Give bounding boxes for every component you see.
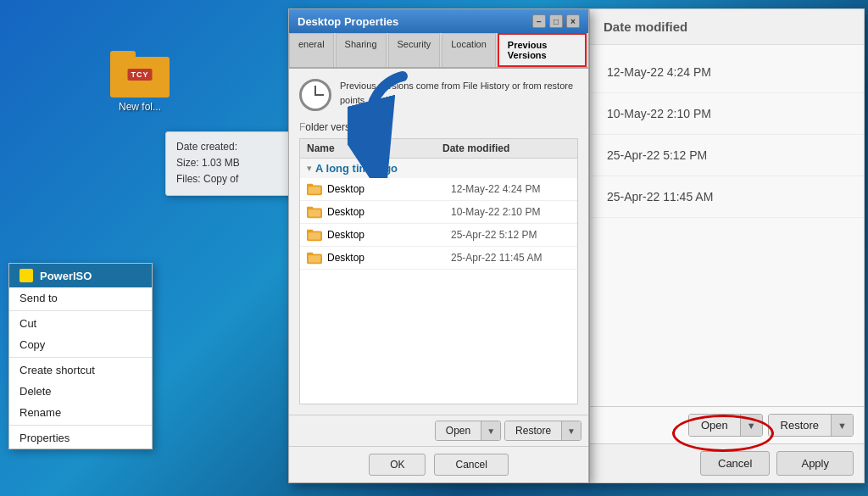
info-line2: Size: 1.03 MB (176, 155, 290, 171)
context-menu-item-sendto[interactable]: Send to (9, 287, 152, 309)
info-line1: Date created: (176, 139, 290, 155)
context-menu-item-cut[interactable]: Cut (9, 313, 152, 334)
context-menu-item-copy[interactable]: Copy (9, 334, 152, 355)
title-buttons: − □ × (532, 14, 580, 28)
folder-name: New fol... (119, 101, 161, 113)
table-row[interactable]: Desktop 10-May-22 2:10 PM (300, 201, 577, 224)
open-dropdown[interactable]: ▼ (481, 421, 500, 440)
clock-icon (299, 79, 331, 111)
rp-apply-button[interactable]: Apply (776, 451, 854, 476)
tab-location[interactable]: Location (442, 33, 496, 67)
context-menu-header: PowerISO (9, 264, 152, 287)
rp-date-item: 25-Apr-22 11:45 AM (590, 176, 864, 218)
cancel-button[interactable]: Cancel (434, 454, 508, 476)
tab-security[interactable]: Security (388, 33, 441, 67)
info-bubble: Date created: Size: 1.03 MB Files: Copy … (165, 131, 301, 196)
info-line3: Files: Copy of (176, 171, 290, 187)
rp-content: 12-May-22 4:24 PM 10-May-22 2:10 PM 25-A… (590, 45, 864, 406)
table-row[interactable]: Desktop 25-Apr-22 5:12 PM (300, 224, 577, 247)
open-split-button[interactable]: Open ▼ (435, 421, 501, 441)
tab-general[interactable]: eneral (289, 33, 334, 67)
context-menu-item-delete[interactable]: Delete (9, 381, 152, 402)
pv-info-row: Previous versions come from File History… (299, 79, 578, 111)
restore-button[interactable]: Restore (505, 421, 561, 440)
context-menu-item-rename[interactable]: Rename (9, 402, 152, 423)
restore-split-button[interactable]: Restore ▼ (504, 421, 581, 441)
pv-folder-versions-label: Folder versions: (299, 121, 578, 133)
rp-restore-dropdown[interactable]: ▼ (831, 415, 853, 436)
pv-bottom-btns: Open ▼ Restore ▼ (289, 415, 588, 446)
right-panel: Date modified 12-May-22 4:24 PM 10-May-2… (589, 8, 865, 483)
rp-open-split-button[interactable]: Open ▼ (688, 414, 763, 437)
context-menu-item-create-shortcut[interactable]: Create shortcut (9, 359, 152, 381)
maximize-button[interactable]: □ (549, 14, 563, 28)
minimize-button[interactable]: − (532, 14, 546, 28)
ok-button[interactable]: OK (369, 454, 426, 476)
svg-rect-1 (307, 184, 313, 187)
rp-open-dropdown[interactable]: ▼ (740, 415, 762, 436)
svg-rect-4 (307, 207, 313, 210)
context-menu-title: PowerISO (40, 270, 92, 282)
rp-header: Date modified (590, 9, 864, 45)
folder-row-icon (307, 228, 322, 242)
divider2 (9, 357, 152, 358)
divider1 (9, 310, 152, 311)
open-button[interactable]: Open (436, 421, 481, 440)
dialog-footer: OK Cancel (289, 446, 588, 482)
tab-sharing[interactable]: Sharing (336, 33, 387, 67)
rp-dialog-footer: Cancel Apply (590, 443, 864, 482)
pv-table[interactable]: Name Date modified ▾ A long time ago Des… (299, 138, 578, 404)
table-row[interactable]: Desktop 12-May-22 4:24 PM (300, 178, 577, 201)
pv-table-header: Name Date modified (300, 139, 577, 159)
rp-footer: Open ▼ Restore ▼ (590, 406, 864, 443)
svg-rect-7 (307, 230, 313, 233)
folder-row-icon (307, 182, 322, 196)
context-menu-item-properties[interactable]: Properties (9, 427, 152, 449)
dialog-content: Previous versions come from File History… (289, 69, 588, 415)
folder-row-icon (307, 205, 322, 219)
rp-date-item: 12-May-22 4:24 PM (590, 52, 864, 93)
svg-rect-2 (309, 187, 320, 193)
desktop-folder[interactable]: TCY New fol... (102, 51, 178, 113)
dialog-tabs: eneral Sharing Security Location Previou… (289, 33, 588, 69)
tab-previous-versions[interactable]: Previous Versions (498, 33, 587, 67)
folder-row-icon (307, 251, 322, 265)
divider3 (9, 425, 152, 426)
dialog-title: Desktop Properties (298, 15, 398, 28)
rp-restore-button[interactable]: Restore (769, 415, 832, 436)
context-menu: PowerISO Send to Cut Copy Create shortcu… (8, 263, 153, 449)
rp-open-button[interactable]: Open (689, 415, 740, 436)
rp-cancel-button[interactable]: Cancel (700, 451, 770, 476)
desktop-properties-dialog: Desktop Properties − □ × eneral Sharing … (288, 8, 589, 483)
poweriso-icon (19, 269, 33, 282)
pv-section-ago: ▾ A long time ago (300, 159, 577, 178)
table-row[interactable]: Desktop 25-Apr-22 11:45 AM (300, 247, 577, 270)
rp-restore-split-button[interactable]: Restore ▼ (768, 414, 854, 437)
dialog-titlebar: Desktop Properties − □ × (289, 9, 588, 33)
svg-rect-5 (309, 209, 320, 216)
rp-date-item: 25-Apr-22 5:12 PM (590, 135, 864, 176)
close-button[interactable]: × (566, 14, 580, 28)
folder-badge: TCY (128, 69, 153, 81)
restore-dropdown[interactable]: ▼ (561, 421, 581, 440)
folder-icon: TCY (110, 51, 170, 98)
svg-rect-10 (307, 253, 313, 256)
svg-rect-8 (309, 232, 320, 239)
svg-rect-11 (309, 255, 320, 262)
pv-info-text: Previous versions come from File History… (340, 79, 578, 107)
rp-date-item: 10-May-22 2:10 PM (590, 93, 864, 135)
